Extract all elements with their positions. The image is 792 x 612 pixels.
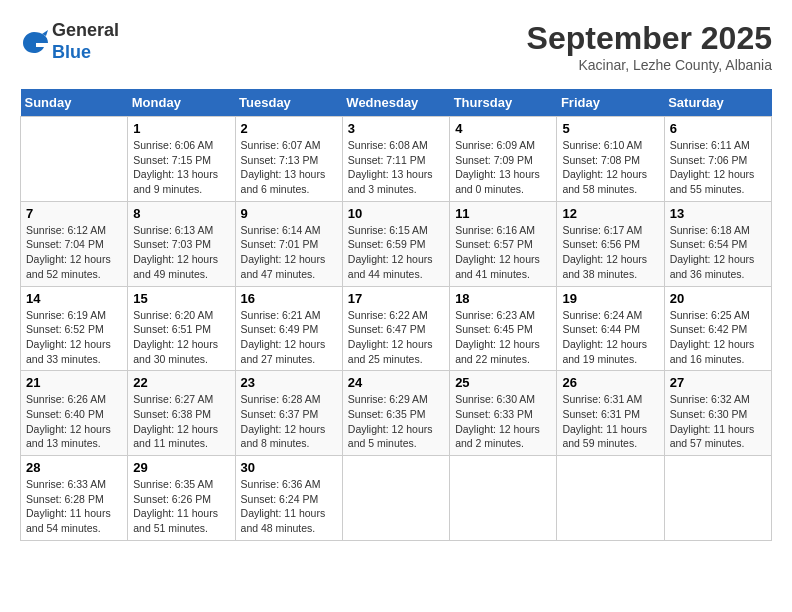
day-info: Sunrise: 6:24 AM Sunset: 6:44 PM Dayligh… bbox=[562, 308, 658, 367]
weekday-header-monday: Monday bbox=[128, 89, 235, 117]
day-info: Sunrise: 6:30 AM Sunset: 6:33 PM Dayligh… bbox=[455, 392, 551, 451]
weekday-header-wednesday: Wednesday bbox=[342, 89, 449, 117]
calendar-cell: 11Sunrise: 6:16 AM Sunset: 6:57 PM Dayli… bbox=[450, 201, 557, 286]
calendar-cell: 28Sunrise: 6:33 AM Sunset: 6:28 PM Dayli… bbox=[21, 456, 128, 541]
day-number: 18 bbox=[455, 291, 551, 306]
day-info: Sunrise: 6:20 AM Sunset: 6:51 PM Dayligh… bbox=[133, 308, 229, 367]
calendar-cell: 24Sunrise: 6:29 AM Sunset: 6:35 PM Dayli… bbox=[342, 371, 449, 456]
day-number: 7 bbox=[26, 206, 122, 221]
calendar-cell: 17Sunrise: 6:22 AM Sunset: 6:47 PM Dayli… bbox=[342, 286, 449, 371]
day-number: 23 bbox=[241, 375, 337, 390]
day-number: 22 bbox=[133, 375, 229, 390]
weekday-header-friday: Friday bbox=[557, 89, 664, 117]
calendar-cell bbox=[342, 456, 449, 541]
day-info: Sunrise: 6:12 AM Sunset: 7:04 PM Dayligh… bbox=[26, 223, 122, 282]
day-info: Sunrise: 6:22 AM Sunset: 6:47 PM Dayligh… bbox=[348, 308, 444, 367]
calendar-cell: 15Sunrise: 6:20 AM Sunset: 6:51 PM Dayli… bbox=[128, 286, 235, 371]
day-info: Sunrise: 6:07 AM Sunset: 7:13 PM Dayligh… bbox=[241, 138, 337, 197]
day-info: Sunrise: 6:09 AM Sunset: 7:09 PM Dayligh… bbox=[455, 138, 551, 197]
calendar-cell: 26Sunrise: 6:31 AM Sunset: 6:31 PM Dayli… bbox=[557, 371, 664, 456]
week-row-3: 14Sunrise: 6:19 AM Sunset: 6:52 PM Dayli… bbox=[21, 286, 772, 371]
title-block: September 2025 Kacinar, Lezhe County, Al… bbox=[527, 20, 772, 73]
day-info: Sunrise: 6:13 AM Sunset: 7:03 PM Dayligh… bbox=[133, 223, 229, 282]
calendar-cell bbox=[21, 117, 128, 202]
calendar-cell: 13Sunrise: 6:18 AM Sunset: 6:54 PM Dayli… bbox=[664, 201, 771, 286]
day-info: Sunrise: 6:19 AM Sunset: 6:52 PM Dayligh… bbox=[26, 308, 122, 367]
day-number: 11 bbox=[455, 206, 551, 221]
calendar-cell: 20Sunrise: 6:25 AM Sunset: 6:42 PM Dayli… bbox=[664, 286, 771, 371]
day-info: Sunrise: 6:29 AM Sunset: 6:35 PM Dayligh… bbox=[348, 392, 444, 451]
calendar-cell: 27Sunrise: 6:32 AM Sunset: 6:30 PM Dayli… bbox=[664, 371, 771, 456]
weekday-header-sunday: Sunday bbox=[21, 89, 128, 117]
calendar-cell: 7Sunrise: 6:12 AM Sunset: 7:04 PM Daylig… bbox=[21, 201, 128, 286]
day-number: 17 bbox=[348, 291, 444, 306]
day-number: 16 bbox=[241, 291, 337, 306]
day-number: 13 bbox=[670, 206, 766, 221]
day-number: 4 bbox=[455, 121, 551, 136]
day-info: Sunrise: 6:32 AM Sunset: 6:30 PM Dayligh… bbox=[670, 392, 766, 451]
day-info: Sunrise: 6:16 AM Sunset: 6:57 PM Dayligh… bbox=[455, 223, 551, 282]
calendar-cell: 23Sunrise: 6:28 AM Sunset: 6:37 PM Dayli… bbox=[235, 371, 342, 456]
day-info: Sunrise: 6:36 AM Sunset: 6:24 PM Dayligh… bbox=[241, 477, 337, 536]
day-number: 10 bbox=[348, 206, 444, 221]
calendar-cell bbox=[557, 456, 664, 541]
day-info: Sunrise: 6:23 AM Sunset: 6:45 PM Dayligh… bbox=[455, 308, 551, 367]
calendar-cell: 6Sunrise: 6:11 AM Sunset: 7:06 PM Daylig… bbox=[664, 117, 771, 202]
day-number: 15 bbox=[133, 291, 229, 306]
day-number: 12 bbox=[562, 206, 658, 221]
day-number: 14 bbox=[26, 291, 122, 306]
calendar-cell bbox=[664, 456, 771, 541]
day-info: Sunrise: 6:26 AM Sunset: 6:40 PM Dayligh… bbox=[26, 392, 122, 451]
calendar-cell: 10Sunrise: 6:15 AM Sunset: 6:59 PM Dayli… bbox=[342, 201, 449, 286]
calendar-cell bbox=[450, 456, 557, 541]
calendar-cell: 2Sunrise: 6:07 AM Sunset: 7:13 PM Daylig… bbox=[235, 117, 342, 202]
calendar-cell: 30Sunrise: 6:36 AM Sunset: 6:24 PM Dayli… bbox=[235, 456, 342, 541]
calendar-cell: 5Sunrise: 6:10 AM Sunset: 7:08 PM Daylig… bbox=[557, 117, 664, 202]
day-number: 2 bbox=[241, 121, 337, 136]
day-info: Sunrise: 6:17 AM Sunset: 6:56 PM Dayligh… bbox=[562, 223, 658, 282]
day-info: Sunrise: 6:10 AM Sunset: 7:08 PM Dayligh… bbox=[562, 138, 658, 197]
calendar-cell: 3Sunrise: 6:08 AM Sunset: 7:11 PM Daylig… bbox=[342, 117, 449, 202]
calendar-cell: 12Sunrise: 6:17 AM Sunset: 6:56 PM Dayli… bbox=[557, 201, 664, 286]
calendar-cell: 16Sunrise: 6:21 AM Sunset: 6:49 PM Dayli… bbox=[235, 286, 342, 371]
calendar-cell: 25Sunrise: 6:30 AM Sunset: 6:33 PM Dayli… bbox=[450, 371, 557, 456]
day-number: 3 bbox=[348, 121, 444, 136]
day-info: Sunrise: 6:31 AM Sunset: 6:31 PM Dayligh… bbox=[562, 392, 658, 451]
weekday-header-row: SundayMondayTuesdayWednesdayThursdayFrid… bbox=[21, 89, 772, 117]
day-info: Sunrise: 6:27 AM Sunset: 6:38 PM Dayligh… bbox=[133, 392, 229, 451]
calendar-cell: 19Sunrise: 6:24 AM Sunset: 6:44 PM Dayli… bbox=[557, 286, 664, 371]
day-number: 19 bbox=[562, 291, 658, 306]
calendar-cell: 1Sunrise: 6:06 AM Sunset: 7:15 PM Daylig… bbox=[128, 117, 235, 202]
day-number: 9 bbox=[241, 206, 337, 221]
day-info: Sunrise: 6:25 AM Sunset: 6:42 PM Dayligh… bbox=[670, 308, 766, 367]
calendar-cell: 21Sunrise: 6:26 AM Sunset: 6:40 PM Dayli… bbox=[21, 371, 128, 456]
day-info: Sunrise: 6:28 AM Sunset: 6:37 PM Dayligh… bbox=[241, 392, 337, 451]
calendar-cell: 22Sunrise: 6:27 AM Sunset: 6:38 PM Dayli… bbox=[128, 371, 235, 456]
day-number: 28 bbox=[26, 460, 122, 475]
weekday-header-thursday: Thursday bbox=[450, 89, 557, 117]
day-number: 29 bbox=[133, 460, 229, 475]
calendar-table: SundayMondayTuesdayWednesdayThursdayFrid… bbox=[20, 89, 772, 541]
day-number: 8 bbox=[133, 206, 229, 221]
day-number: 21 bbox=[26, 375, 122, 390]
month-title: September 2025 bbox=[527, 20, 772, 57]
day-number: 20 bbox=[670, 291, 766, 306]
day-number: 24 bbox=[348, 375, 444, 390]
day-number: 6 bbox=[670, 121, 766, 136]
logo-text: General Blue bbox=[52, 20, 119, 63]
calendar-cell: 18Sunrise: 6:23 AM Sunset: 6:45 PM Dayli… bbox=[450, 286, 557, 371]
calendar-cell: 9Sunrise: 6:14 AM Sunset: 7:01 PM Daylig… bbox=[235, 201, 342, 286]
week-row-2: 7Sunrise: 6:12 AM Sunset: 7:04 PM Daylig… bbox=[21, 201, 772, 286]
day-info: Sunrise: 6:35 AM Sunset: 6:26 PM Dayligh… bbox=[133, 477, 229, 536]
day-info: Sunrise: 6:06 AM Sunset: 7:15 PM Dayligh… bbox=[133, 138, 229, 197]
day-info: Sunrise: 6:21 AM Sunset: 6:49 PM Dayligh… bbox=[241, 308, 337, 367]
calendar-cell: 14Sunrise: 6:19 AM Sunset: 6:52 PM Dayli… bbox=[21, 286, 128, 371]
logo: General Blue bbox=[20, 20, 119, 63]
weekday-header-saturday: Saturday bbox=[664, 89, 771, 117]
calendar-cell: 8Sunrise: 6:13 AM Sunset: 7:03 PM Daylig… bbox=[128, 201, 235, 286]
week-row-1: 1Sunrise: 6:06 AM Sunset: 7:15 PM Daylig… bbox=[21, 117, 772, 202]
day-number: 27 bbox=[670, 375, 766, 390]
day-info: Sunrise: 6:33 AM Sunset: 6:28 PM Dayligh… bbox=[26, 477, 122, 536]
day-info: Sunrise: 6:15 AM Sunset: 6:59 PM Dayligh… bbox=[348, 223, 444, 282]
calendar-cell: 29Sunrise: 6:35 AM Sunset: 6:26 PM Dayli… bbox=[128, 456, 235, 541]
